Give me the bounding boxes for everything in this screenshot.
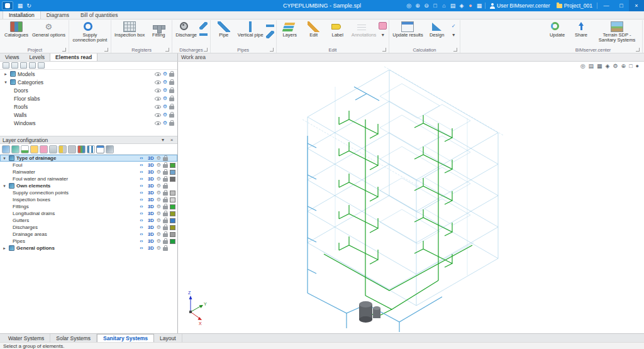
check-icon[interactable]: ✓ [450,22,458,30]
gear-icon[interactable]: ⚙ [157,232,161,237]
layer-row-own-elements[interactable]: ▾ Own elements ‹› 3D ⚙ [0,182,177,189]
groups-icon[interactable] [11,145,19,153]
3d-toggle[interactable]: 3D [147,238,155,244]
lock-icon[interactable] [68,145,76,153]
gear-icon[interactable]: ⚙ [613,63,618,69]
color-swatch[interactable] [170,177,175,182]
3d-toggle[interactable]: 3D [147,218,155,223]
chevron-down-icon[interactable]: ▾ [3,80,8,85]
gear-icon[interactable]: ⚙ [163,80,167,85]
gear-icon[interactable]: ⚙ [157,156,161,161]
zoom-window-icon[interactable]: □ [431,1,440,11]
views-icon[interactable]: ▤ [448,1,457,11]
dialog-launcher-icon[interactable] [453,48,457,52]
code-icon[interactable]: ‹› [138,169,145,175]
tree-item-doors[interactable]: Doors ⚙ [0,86,177,94]
dialog-launcher-icon[interactable] [165,48,169,52]
tree-item-categories[interactable]: ▾ Categories ⚙ [0,78,177,86]
tab-water-systems[interactable]: Water Systems [3,334,50,342]
list-view-icon[interactable] [11,62,18,69]
copy-icon[interactable] [49,145,57,153]
gear-icon[interactable]: ⚙ [163,121,167,126]
pipe-slope-icon[interactable] [266,31,274,38]
visibility-icon[interactable] [155,72,161,76]
gear-icon[interactable]: ⚙ [157,211,161,216]
minimize-button[interactable]: — [599,0,614,11]
fitting-button[interactable]: Fitting [147,21,170,38]
code-icon[interactable]: ‹› [138,238,145,244]
layer-row-discharges[interactable]: Discharges ‹› 3D ⚙ [0,224,177,231]
general-options-button[interactable]: ⚙ General options [31,21,67,38]
layer-configuration-header[interactable]: Layer configuration ▾ × [0,136,177,144]
grid-icon[interactable] [87,145,95,153]
3d-toggle[interactable]: 3D [147,162,155,168]
code-icon[interactable]: ‹› [138,204,145,209]
pipe-horizontal-icon[interactable] [266,22,274,30]
tree-item-windows[interactable]: Windows ⚙ [0,119,177,127]
lock-icon[interactable] [163,247,168,251]
code-icon[interactable]: ‹› [138,245,145,251]
layer-row-fittings[interactable]: Fittings ‹› 3D ⚙ [0,203,177,210]
app-logo-icon[interactable] [2,1,13,10]
save-icon[interactable]: ▦ [16,1,25,11]
visibility-icon[interactable] [155,121,161,125]
layer-row-inspection-boxes[interactable]: Inspection boxes ‹› 3D ⚙ [0,196,177,203]
lock-icon[interactable] [163,206,168,209]
gear-icon[interactable]: ⚙ [157,184,161,189]
gear-icon[interactable]: ⚙ [157,163,161,168]
layer-row-foul-and-rainwater[interactable]: Foul water and rainwater ‹› 3D ⚙ [0,175,177,182]
close-button[interactable]: × [629,0,644,11]
eraser-icon[interactable] [40,145,48,153]
camera-icon[interactable]: ▦ [597,63,602,69]
catalogues-button[interactable]: Catalogues [3,21,30,38]
tree-item-floor-slabs[interactable]: Floor slabs ⚙ [0,94,177,102]
tab-views[interactable]: Views [0,53,25,61]
lock-icon[interactable] [163,171,168,175]
tab-diagrams[interactable]: Diagrams [41,11,75,19]
collapse-all-icon[interactable] [29,62,36,69]
discharge-button[interactable]: Discharge [174,21,198,38]
chevron-right-icon[interactable]: ▸ [2,246,7,251]
layers-config-icon[interactable] [2,145,10,153]
undo-icon[interactable]: ↻ [25,1,33,11]
tab-elements-read[interactable]: Elements read [50,53,97,61]
edit-button[interactable]: Edit [303,21,325,38]
3d-toggle[interactable]: 3D [147,211,155,216]
printer-icon[interactable]: ▤ [589,63,594,69]
discharge-angle-icon[interactable] [199,22,208,30]
lock-icon[interactable] [163,213,168,216]
color-swatch[interactable] [170,170,175,175]
gear-icon[interactable]: ⚙ [163,96,167,101]
chevron-down-icon[interactable]: ▾ [450,31,458,38]
display-icon[interactable] [106,145,114,153]
code-icon[interactable]: ‹› [138,155,145,161]
measure-icon[interactable]: ◎ [580,63,586,69]
lock-icon[interactable] [169,81,174,85]
lock-icon[interactable] [163,233,168,237]
color-swatch[interactable] [170,211,175,216]
3d-toggle[interactable]: 3D [147,190,155,196]
colors-icon[interactable] [77,145,86,153]
code-icon[interactable]: ‹› [138,231,145,237]
update-results-button[interactable]: Update results [391,21,424,38]
vertical-pipe-button[interactable]: Vertical pipe [236,21,265,38]
layer-row-general-options[interactable]: ▸ General options ‹› 3D ⚙ [0,245,177,252]
lock-icon[interactable] [163,178,168,182]
gear-icon[interactable]: ⚙ [157,225,161,230]
lock-icon[interactable] [163,199,168,202]
layer-row-gutters[interactable]: Gutters ‹› 3D ⚙ [0,217,177,224]
chevron-down-icon[interactable]: ▾ [2,156,7,161]
tree-item-walls[interactable]: Walls ⚙ [0,111,177,119]
tree-item-models[interactable]: ▸ Models ⚙ [0,70,177,78]
code-icon[interactable]: ‹› [138,190,145,196]
color-swatch[interactable] [170,191,175,196]
model-3d-view[interactable]: Z Y X [178,62,643,333]
gear-icon[interactable]: ⚙ [157,218,161,223]
dialog-launcher-icon[interactable] [62,48,66,52]
tab-layout[interactable]: Layout [154,334,182,342]
lock-icon[interactable] [169,106,174,109]
dialog-launcher-icon[interactable] [270,48,274,52]
monitor-icon[interactable]: ▦ [475,1,484,11]
lock-icon[interactable] [163,226,168,230]
layer-row-rainwater[interactable]: Rainwater ‹› 3D ⚙ [0,169,177,175]
